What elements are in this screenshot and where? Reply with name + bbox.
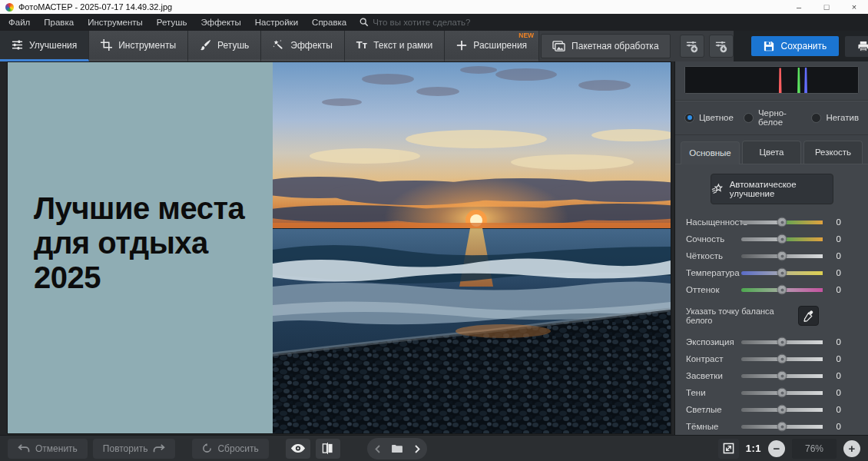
eye-icon (290, 443, 306, 453)
slider-handle[interactable] (777, 251, 787, 261)
menu-item[interactable]: Справка (305, 14, 353, 31)
slider-value: 0 (823, 354, 843, 363)
sliders-icon (12, 39, 23, 51)
slider-track[interactable] (741, 374, 823, 378)
minimize-button[interactable]: – (785, 0, 813, 14)
zoom-1-1-button[interactable]: 1:1 (746, 443, 761, 454)
slider-handle[interactable] (777, 371, 787, 381)
white-balance-row: Указать точку баланса белого (686, 306, 819, 326)
slider-handle[interactable] (777, 337, 787, 347)
photo-preview[interactable]: Лучшие местадля отдыха2025 (8, 62, 671, 433)
maximize-button[interactable]: □ (813, 0, 840, 14)
preset-add-icon (685, 40, 699, 53)
file-navigator (367, 438, 427, 459)
redo-label: Повторить (103, 443, 148, 454)
menu-item[interactable]: Правка (37, 14, 81, 31)
slider-track[interactable] (741, 288, 823, 292)
zoom-in-button[interactable]: + (843, 440, 860, 457)
zoom-out-button[interactable]: − (768, 440, 785, 457)
top-tab[interactable]: Ретушь (188, 31, 261, 61)
folder-icon (391, 444, 403, 453)
save-button[interactable]: Сохранить (751, 36, 840, 56)
panel-tab[interactable]: Основные (681, 141, 740, 164)
slider-handle[interactable] (777, 268, 787, 278)
sliders-top-group: Насыщенность 0 Сочность (675, 214, 868, 298)
preview-original-button[interactable] (286, 439, 310, 459)
slider-row: Светлые 0 (675, 401, 868, 418)
zoom-controls: 1:1 − 76% + (718, 439, 860, 459)
slider-track[interactable] (741, 425, 823, 429)
slider-value: 0 (823, 285, 843, 294)
menu-item[interactable]: Эффекты (194, 14, 247, 31)
fit-to-screen-button[interactable] (718, 439, 739, 459)
slider-track[interactable] (741, 254, 823, 258)
color-mode-radio[interactable]: Негатив (811, 113, 859, 123)
slider-value: 0 (823, 422, 843, 431)
slider-handle[interactable] (777, 217, 787, 227)
slider-track[interactable] (741, 271, 823, 275)
top-tab[interactable]: Эффекты (261, 31, 345, 61)
top-tab[interactable]: Расширения NEW (445, 31, 539, 61)
top-tab[interactable]: Tт Текст и рамки (345, 31, 445, 61)
slider-track[interactable] (741, 237, 823, 241)
load-preset-button[interactable] (709, 35, 734, 58)
slider-label: Насыщенность (686, 217, 741, 227)
batch-processing-button[interactable]: Пакетная обработка (541, 34, 670, 58)
open-folder-button[interactable] (388, 438, 406, 459)
magic-star-icon (711, 183, 724, 195)
top-tab[interactable]: Инструменты (89, 31, 188, 61)
menu-bar: ФайлПравкаИнструментыРетушьЭффектыНастро… (0, 14, 868, 31)
canvas-area: Лучшие местадля отдыха2025 (0, 61, 674, 435)
slider-handle[interactable] (777, 285, 787, 295)
redo-button[interactable]: Повторить (93, 439, 176, 459)
menu-item[interactable]: Ретушь (150, 14, 194, 31)
slider-handle[interactable] (777, 388, 787, 398)
search-input[interactable] (373, 18, 495, 27)
white-balance-picker-button[interactable] (798, 306, 819, 326)
slider-row: Насыщенность 0 (675, 214, 868, 230)
top-tab[interactable]: Улучшения (0, 31, 89, 61)
window-controls: – □ × (785, 0, 868, 14)
color-mode-radio[interactable]: Цветное (684, 113, 734, 123)
slider-value: 0 (823, 371, 843, 380)
menu-item[interactable]: Файл (2, 14, 37, 31)
undo-button[interactable]: Отменить (8, 439, 88, 459)
printer-icon (857, 41, 868, 52)
sunset-photo-art (273, 62, 671, 433)
reset-button[interactable]: Сбросить (192, 439, 268, 459)
color-mode-radio[interactable]: Черно-белое (744, 108, 801, 127)
slider-track[interactable] (741, 408, 823, 412)
menu-item[interactable]: Инструменты (81, 14, 150, 31)
menu-search (359, 18, 495, 27)
slider-track[interactable] (741, 391, 823, 395)
slide-color-block: Лучшие местадля отдыха2025 (8, 62, 273, 433)
slider-row: Контраст 0 (675, 350, 868, 367)
print-button[interactable]: Печать (845, 36, 868, 57)
close-button[interactable]: × (840, 0, 868, 14)
slider-handle[interactable] (777, 405, 787, 415)
slider-track[interactable] (741, 340, 823, 344)
slider-handle[interactable] (777, 422, 787, 432)
save-floppy-icon (764, 41, 774, 51)
slide-title-text: Лучшие местадля отдыха2025 (34, 191, 244, 295)
panel-body: Автоматическое улучшение Насыщенность 0 (675, 164, 868, 435)
panel-tab[interactable]: Цвета (742, 141, 801, 164)
workspace: Лучшие местадля отдыха2025 (0, 61, 868, 435)
color-mode-label: Негатив (826, 113, 859, 122)
add-preset-button[interactable] (680, 35, 704, 58)
slider-handle[interactable] (777, 354, 787, 364)
slider-value: 0 (823, 217, 843, 227)
menu-item[interactable]: Настройки (248, 14, 305, 31)
zoom-level[interactable]: 76% (792, 439, 837, 459)
auto-enhance-button[interactable]: Автоматическое улучшение (711, 174, 833, 204)
slider-row: Засветки 0 (675, 367, 868, 384)
slider-track[interactable] (741, 221, 823, 224)
before-after-button[interactable] (316, 439, 340, 459)
search-icon (359, 18, 369, 27)
slider-track[interactable] (741, 357, 823, 361)
slider-handle[interactable] (777, 234, 787, 244)
save-button-label: Сохранить (781, 41, 827, 51)
next-photo-button[interactable] (408, 438, 426, 459)
prev-photo-button[interactable] (368, 438, 386, 459)
panel-tab[interactable]: Резкость (803, 141, 863, 164)
